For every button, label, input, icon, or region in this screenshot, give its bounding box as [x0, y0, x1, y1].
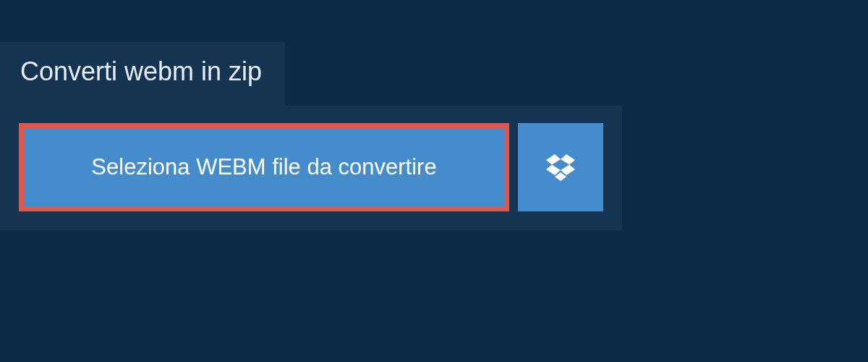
tab-title: Converti webm in zip [20, 56, 262, 86]
select-file-label: Seleziona WEBM file da convertire [91, 154, 436, 180]
convert-panel: Seleziona WEBM file da convertire [0, 106, 622, 230]
tab-convert[interactable]: Converti webm in zip [0, 42, 285, 106]
dropbox-icon [546, 153, 575, 182]
tab-bar: Converti webm in zip [0, 0, 868, 106]
svg-marker-0 [546, 154, 561, 165]
svg-marker-2 [546, 165, 561, 176]
svg-marker-3 [561, 165, 575, 176]
svg-marker-1 [561, 154, 575, 165]
dropbox-button[interactable] [518, 123, 603, 211]
select-file-button[interactable]: Seleziona WEBM file da convertire [19, 123, 509, 211]
button-row: Seleziona WEBM file da convertire [19, 123, 603, 211]
